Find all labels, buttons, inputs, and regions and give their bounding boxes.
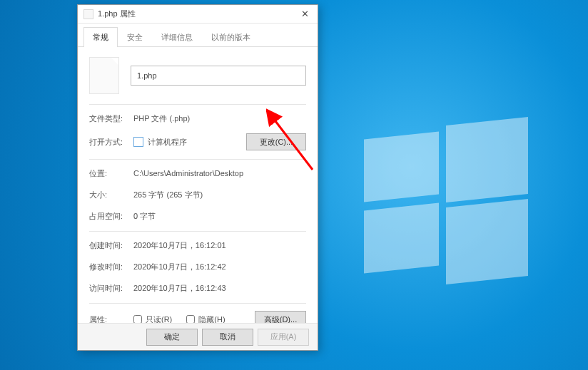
divider — [89, 231, 306, 232]
tab-strip: 常规 安全 详细信息 以前的版本 — [78, 24, 318, 47]
titlebar: 1.php 属性 ✕ — [78, 5, 318, 24]
divider — [89, 104, 306, 105]
label-attributes: 属性: — [89, 314, 133, 324]
tab-security[interactable]: 安全 — [118, 27, 152, 47]
value-accessed: 2020年10月7日，16:12:43 — [133, 283, 306, 294]
windows-logo — [364, 121, 528, 271]
label-size: 大小: — [89, 190, 133, 200]
value-open-with: 计算机程序 — [148, 137, 187, 148]
cancel-button[interactable]: 取消 — [202, 329, 253, 346]
tab-details[interactable]: 详细信息 — [152, 27, 202, 47]
close-button[interactable]: ✕ — [293, 6, 316, 23]
ok-button[interactable]: 确定 — [146, 329, 198, 346]
change-button[interactable]: 更改(C)... — [246, 133, 306, 150]
dialog-footer: 确定 取消 应用(A) — [78, 323, 318, 350]
divider — [89, 303, 306, 304]
readonly-label: 只读(R) — [146, 314, 172, 324]
advanced-button[interactable]: 高级(D)... — [255, 311, 306, 323]
label-accessed: 访问时间: — [89, 283, 133, 294]
divider — [89, 159, 306, 160]
readonly-checkbox-wrap[interactable]: 只读(R) — [133, 314, 172, 324]
value-size: 265 字节 (265 字节) — [133, 190, 306, 200]
value-modified: 2020年10月7日，16:12:42 — [133, 262, 306, 272]
tab-previous-versions[interactable]: 以前的版本 — [202, 27, 260, 47]
value-created: 2020年10月7日，16:12:01 — [133, 240, 306, 251]
label-created: 创建时间: — [89, 240, 133, 251]
file-icon — [83, 9, 93, 19]
tab-content-general: 文件类型: PHP 文件 (.php) 打开方式: 计算机程序 更改(C)...… — [78, 47, 318, 323]
properties-dialog: 1.php 属性 ✕ 常规 安全 详细信息 以前的版本 文件类型: PHP 文件… — [77, 4, 318, 351]
window-title: 1.php 属性 — [98, 9, 293, 19]
value-location: C:\Users\Administrator\Desktop — [133, 169, 306, 178]
label-open-with: 打开方式: — [89, 137, 133, 148]
tab-general[interactable]: 常规 — [83, 27, 118, 47]
hidden-label: 隐藏(H) — [198, 314, 225, 324]
label-modified: 修改时间: — [89, 262, 133, 272]
value-file-type: PHP 文件 (.php) — [133, 113, 306, 124]
hidden-checkbox-wrap[interactable]: 隐藏(H) — [186, 314, 225, 324]
label-location: 位置: — [89, 168, 133, 179]
label-size-on-disk: 占用空间: — [89, 211, 133, 222]
readonly-checkbox[interactable] — [133, 315, 142, 323]
label-file-type: 文件类型: — [89, 113, 133, 124]
app-icon — [133, 137, 143, 147]
apply-button[interactable]: 应用(A) — [258, 329, 309, 346]
value-size-on-disk: 0 字节 — [133, 211, 306, 222]
document-icon — [89, 57, 119, 94]
filename-input[interactable] — [131, 66, 306, 86]
hidden-checkbox[interactable] — [186, 315, 195, 323]
